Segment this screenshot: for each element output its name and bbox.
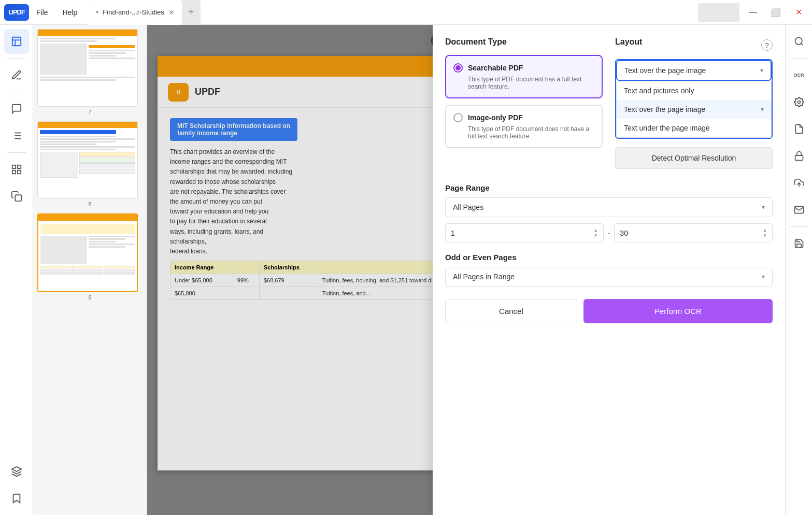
odd-even-section: Odd or Even Pages All Pages in Range ▾ [445, 253, 773, 299]
page-range-value: All Pages [453, 203, 483, 211]
page-range-section: Page Range All Pages ▾ 1 ▲ ▼ [445, 183, 773, 253]
thumb-number-7: 7 [37, 109, 143, 115]
ocr-panel: Document Type Searchable PDF This type o… [433, 25, 785, 515]
layout-dropdown-wrapper: Text over the page image ▾ Text and pict… [615, 59, 773, 139]
layout-section: Layout ? Text over the page image ▾ Text… [615, 37, 773, 179]
new-tab-btn[interactable]: + [182, 6, 201, 18]
thumbnail-panel: 7 [33, 25, 147, 515]
file-menu[interactable]: File [29, 0, 55, 25]
main-layout: 7 [0, 25, 812, 515]
save-icon-right[interactable] [787, 231, 811, 256]
page-to-down[interactable]: ▼ [763, 233, 767, 238]
action-buttons: Cancel Perform OCR [445, 299, 773, 323]
image-only-pdf-option[interactable]: Image-only PDF This type of PDF document… [445, 105, 603, 148]
chevron-down-icon-range: ▾ [762, 204, 765, 211]
close-btn[interactable]: ✕ [789, 3, 808, 22]
layout-option-text-pictures[interactable]: Text and pictures only [617, 81, 771, 100]
mail-icon-right[interactable] [787, 197, 811, 222]
tab-title: Find-and-...r-Studies [103, 8, 164, 16]
chevron-down-icon: ▾ [760, 67, 763, 74]
detect-resolution-btn[interactable]: Detect Optimal Resolution [615, 147, 773, 169]
pen-tool-icon[interactable] [4, 63, 29, 88]
svg-rect-10 [17, 165, 20, 168]
right-divider-2 [790, 226, 808, 227]
doc-type-title: Document Type [445, 37, 603, 47]
page-from-down[interactable]: ▼ [594, 233, 598, 238]
extract-icon-right[interactable] [787, 117, 811, 141]
pages-icon[interactable] [4, 29, 29, 54]
svg-rect-12 [12, 170, 15, 174]
svg-rect-11 [17, 170, 20, 174]
help-icon[interactable]: ? [761, 39, 773, 51]
bookmark-icon[interactable] [4, 486, 29, 511]
page-from-input[interactable]: 1 ▲ ▼ [445, 223, 604, 242]
svg-rect-0 [12, 37, 21, 46]
divider-3 [7, 152, 26, 153]
searchable-pdf-radio[interactable] [453, 63, 463, 73]
page-range-dropdown[interactable]: All Pages ▾ [445, 197, 773, 217]
searchable-pdf-option[interactable]: Searchable PDF This type of PDF document… [445, 55, 603, 98]
layers-icon[interactable] [4, 459, 29, 484]
upload-icon-right[interactable] [787, 170, 811, 195]
maximize-btn[interactable]: ⬜ [766, 3, 785, 22]
gear-icon-right[interactable] [787, 90, 811, 115]
active-tab[interactable]: ▾ Find-and-...r-Studies ✕ [89, 0, 182, 25]
tab-arrow: ▾ [96, 9, 98, 15]
page-to-arrows[interactable]: ▲ ▼ [763, 228, 767, 238]
perform-ocr-button[interactable]: Perform OCR [583, 299, 773, 323]
searchable-pdf-desc: This type of PDF document has a full tex… [453, 76, 594, 90]
lock-icon-right[interactable] [787, 144, 811, 168]
page-range-inputs: 1 ▲ ▼ - 30 ▲ ▼ [445, 223, 773, 242]
thumbnail-9[interactable]: 9 [37, 213, 143, 301]
ocr-icon-right[interactable]: OCR [787, 63, 811, 88]
minimize-btn[interactable]: — [744, 3, 762, 22]
layout-option-text-under[interactable]: Text under the page image [617, 119, 771, 137]
page-from-arrows[interactable]: ▲ ▼ [594, 228, 598, 238]
svg-point-17 [797, 101, 800, 104]
page-from-up[interactable]: ▲ [594, 228, 598, 233]
svg-rect-13 [15, 195, 21, 201]
layout-dropdown-value: Text over the page image [624, 66, 706, 75]
thumb-image-8 [37, 121, 138, 199]
document-type-section: Document Type Searchable PDF This type o… [445, 37, 603, 179]
searchable-pdf-label: Searchable PDF [468, 64, 523, 72]
page-from-value: 1 [451, 229, 455, 237]
list-icon[interactable] [4, 123, 29, 148]
thumbnail-7[interactable]: 7 [37, 29, 143, 115]
titlebar: UPDF File Help ▾ Find-and-...r-Studies ✕… [0, 0, 812, 25]
cancel-button[interactable]: Cancel [445, 299, 577, 323]
thumb-number-8: 8 [37, 201, 143, 207]
window-controls: — ⬜ ✕ [698, 3, 808, 22]
layout-dropdown-options: Text and pictures only Text over the pag… [616, 81, 772, 138]
copy-icon[interactable] [4, 184, 29, 209]
divider-2 [7, 92, 26, 92]
page-to-value: 30 [620, 229, 628, 237]
chevron-down-icon-odd-even: ▾ [762, 273, 765, 280]
thumb-image-9 [37, 213, 138, 292]
thumbnail-8[interactable]: 8 [37, 121, 143, 207]
page-to-input[interactable]: 30 ▲ ▼ [614, 223, 773, 242]
content-area: − 97% + U UPDF MIT Scholarship informati… [147, 25, 785, 515]
grid-icon[interactable] [4, 157, 29, 182]
tab-bar: ▾ Find-and-...r-Studies ✕ + [89, 0, 200, 25]
page-range-separator: - [608, 229, 610, 237]
svg-marker-14 [11, 467, 21, 471]
image-only-pdf-radio[interactable] [453, 113, 463, 122]
right-sidebar: OCR [785, 25, 812, 515]
page-to-up[interactable]: ▲ [763, 228, 767, 233]
thumb-image-7 [37, 29, 138, 107]
page-range-title: Page Range [445, 183, 773, 192]
divider-1 [7, 58, 26, 59]
odd-even-dropdown[interactable]: All Pages in Range ▾ [445, 267, 773, 287]
thumb-number-9: 9 [37, 294, 143, 301]
layout-dropdown[interactable]: Text over the page image ▾ [616, 60, 772, 81]
layout-title: Layout [615, 37, 642, 47]
help-menu[interactable]: Help [55, 0, 85, 25]
ocr-overlay: Document Type Searchable PDF This type o… [147, 25, 785, 515]
layout-option-text-over[interactable]: Text over the page image ▾ [617, 100, 771, 119]
odd-even-title: Odd or Even Pages [445, 253, 773, 262]
tab-close-btn[interactable]: ✕ [168, 8, 175, 17]
svg-rect-9 [12, 165, 15, 168]
search-icon-right[interactable] [787, 29, 811, 54]
comment-icon[interactable] [4, 96, 29, 121]
